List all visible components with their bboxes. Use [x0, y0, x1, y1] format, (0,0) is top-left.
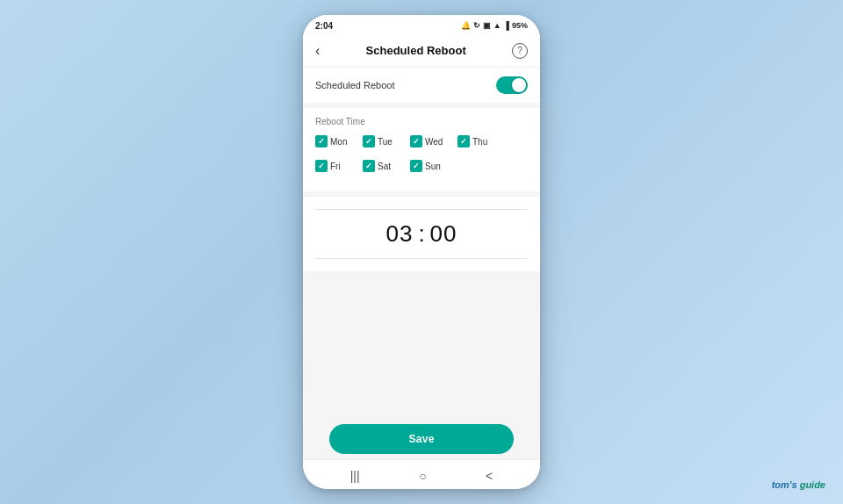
label-mon: Mon	[330, 137, 347, 147]
status-time: 2:04	[315, 21, 333, 31]
time-divider-bottom	[315, 258, 528, 259]
label-wed: Wed	[425, 137, 443, 147]
phone-frame: 2:04 🔔 ↻ ▣ ▲ ▐ 95% ‹ Scheduled Reboot ? …	[303, 15, 540, 489]
checkbox-thu[interactable]	[458, 135, 470, 148]
label-thu: Thu	[472, 137, 487, 147]
checkbox-wed[interactable]	[410, 135, 422, 148]
day-fri[interactable]: Fri	[315, 160, 352, 172]
label-fri: Fri	[330, 162, 341, 171]
page-title: Scheduled Reboot	[366, 44, 466, 57]
time-colon: :	[418, 220, 424, 248]
reboot-time-section: Reboot Time Mon Tue Wed	[303, 108, 540, 191]
nav-menu-icon[interactable]: |||	[350, 469, 360, 483]
time-display[interactable]: 03 : 00	[315, 217, 528, 251]
nav-bar: ||| ○ <	[303, 459, 540, 489]
content-spacer	[303, 277, 540, 415]
checkbox-fri[interactable]	[315, 160, 328, 172]
nav-back-icon[interactable]: <	[486, 469, 493, 483]
wifi-icon: ▲	[494, 21, 501, 30]
section-title: Reboot Time	[315, 117, 528, 126]
day-sat[interactable]: Sat	[363, 160, 400, 172]
toggle-label: Scheduled Reboot	[315, 80, 395, 90]
sync-icon: ↻	[473, 21, 480, 30]
days-grid: Mon Tue Wed Thu	[315, 135, 528, 179]
day-thu[interactable]: Thu	[458, 135, 494, 148]
day-wed[interactable]: Wed	[410, 135, 447, 148]
label-sun: Sun	[425, 162, 441, 171]
watermark: tom's guide	[772, 479, 825, 490]
guide-label: guide	[800, 479, 825, 490]
app-bar: ‹ Scheduled Reboot ?	[303, 34, 540, 68]
day-mon[interactable]: Mon	[315, 135, 352, 148]
save-button[interactable]: Save	[329, 424, 514, 454]
sd-icon: ▣	[483, 21, 491, 30]
checkbox-sat[interactable]	[363, 160, 375, 172]
time-divider-top	[315, 209, 528, 210]
label-sat: Sat	[378, 162, 391, 171]
brand-name: tom's	[772, 479, 800, 490]
signal-icon: ▐	[504, 21, 509, 30]
nav-home-icon[interactable]: ○	[419, 469, 426, 483]
help-button[interactable]: ?	[512, 43, 528, 59]
back-button[interactable]: ‹	[315, 43, 320, 59]
checkbox-tue[interactable]	[363, 135, 375, 148]
days-row-1: Mon Tue Wed Thu	[315, 135, 494, 148]
save-section: Save	[303, 415, 540, 459]
day-sun[interactable]: Sun	[410, 160, 447, 172]
status-bar: 2:04 🔔 ↻ ▣ ▲ ▐ 95%	[303, 15, 540, 34]
checkbox-mon[interactable]	[315, 135, 328, 148]
scheduled-reboot-toggle[interactable]	[496, 76, 528, 94]
days-row-2: Fri Sat Sun	[315, 160, 447, 172]
time-minutes[interactable]: 00	[430, 220, 458, 248]
day-tue[interactable]: Tue	[363, 135, 400, 148]
time-section: 03 : 00	[303, 197, 540, 271]
status-icons: 🔔 ↻ ▣ ▲ ▐ 95%	[461, 21, 528, 30]
content-area: Scheduled Reboot Reboot Time Mon Tue	[303, 68, 540, 459]
notification-icon: 🔔	[461, 21, 471, 30]
battery-text: 95%	[512, 21, 528, 30]
time-hours[interactable]: 03	[385, 220, 413, 248]
checkbox-sun[interactable]	[410, 160, 422, 172]
scheduled-reboot-toggle-row: Scheduled Reboot	[303, 68, 540, 103]
label-tue: Tue	[378, 137, 393, 147]
